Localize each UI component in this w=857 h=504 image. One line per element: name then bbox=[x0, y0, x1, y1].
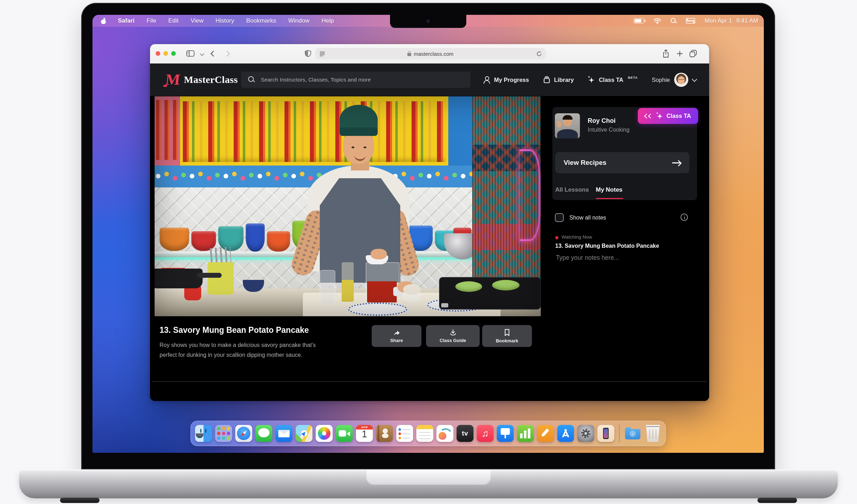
sparkle-icon bbox=[588, 76, 595, 83]
search-input[interactable] bbox=[260, 71, 471, 88]
dock-numbers-icon[interactable] bbox=[517, 425, 534, 442]
download-icon bbox=[449, 329, 457, 336]
scene-bowl bbox=[160, 228, 189, 251]
tab-my-notes[interactable]: My Notes bbox=[596, 186, 623, 193]
nav-class-ta-label: Class TA bbox=[599, 77, 623, 83]
share-arrow-icon bbox=[393, 329, 400, 336]
menu-item-view[interactable]: View bbox=[191, 17, 204, 24]
dock-contacts-icon[interactable] bbox=[376, 425, 393, 442]
reader-icon[interactable] bbox=[319, 51, 325, 56]
new-tab-icon[interactable] bbox=[677, 50, 683, 57]
scene-pancake bbox=[492, 280, 520, 290]
desktop-wallpaper: Safari File Edit View History Bookmarks … bbox=[92, 15, 764, 453]
bookmark-button[interactable]: Bookmark bbox=[482, 325, 532, 347]
instructor-thumbnail[interactable] bbox=[555, 113, 580, 138]
tab-overview-icon[interactable] bbox=[689, 50, 697, 58]
lesson-description: Roy shows you how to make a delicious sa… bbox=[160, 340, 332, 360]
dock-appstore-icon[interactable] bbox=[557, 425, 574, 442]
dock-facetime-icon[interactable] bbox=[336, 425, 353, 442]
dock-music-icon[interactable] bbox=[477, 425, 494, 442]
privacy-shield-icon[interactable] bbox=[304, 50, 312, 58]
menu-item-window[interactable]: Window bbox=[288, 17, 309, 24]
macbook-foot bbox=[757, 498, 797, 503]
info-icon[interactable] bbox=[681, 214, 688, 221]
dock-pages-icon[interactable] bbox=[537, 425, 554, 442]
dock-freeform-icon[interactable] bbox=[437, 425, 454, 442]
address-bar[interactable]: masterclass.com bbox=[315, 48, 546, 59]
scene-person-eye bbox=[364, 146, 366, 148]
dock-photos-icon[interactable] bbox=[316, 425, 333, 442]
minimize-window-button[interactable] bbox=[163, 51, 168, 56]
share-button[interactable]: Share bbox=[372, 325, 421, 347]
dock-calendar-icon[interactable]: APR 1 bbox=[356, 425, 373, 442]
bookmark-icon bbox=[504, 329, 510, 336]
dock-safari-icon[interactable] bbox=[235, 425, 252, 442]
dock-iphone-mirroring-icon[interactable] bbox=[598, 425, 615, 442]
chevron-down-icon[interactable] bbox=[692, 76, 697, 82]
dock-settings-icon[interactable] bbox=[577, 425, 594, 442]
menu-item-edit[interactable]: Edit bbox=[168, 17, 179, 24]
sidebar-toggle-icon[interactable] bbox=[186, 50, 194, 57]
reload-icon[interactable] bbox=[536, 51, 542, 57]
apple-menu-icon[interactable] bbox=[101, 18, 106, 24]
dock-mail-icon[interactable] bbox=[276, 425, 293, 442]
menu-item-file[interactable]: File bbox=[146, 17, 156, 24]
sidebar-chevron-icon[interactable] bbox=[200, 52, 204, 56]
tab-all-lessons[interactable]: All Lessons bbox=[555, 186, 589, 193]
nav-library[interactable]: Library bbox=[543, 76, 574, 84]
dock-tv-icon[interactable]: tv bbox=[457, 425, 474, 442]
show-all-notes-checkbox[interactable] bbox=[555, 213, 564, 222]
scene-griddle bbox=[439, 277, 541, 310]
nav-my-progress-label: My Progress bbox=[494, 77, 529, 83]
brand-wordmark: MasterClass bbox=[184, 74, 238, 85]
masterclass-logo[interactable]: M MasterClass bbox=[164, 64, 238, 96]
collapse-chevrons-icon[interactable] bbox=[645, 114, 652, 118]
spotlight-search-icon[interactable] bbox=[671, 18, 677, 24]
menu-app-name[interactable]: Safari bbox=[118, 17, 134, 24]
avatar[interactable] bbox=[674, 73, 688, 87]
dock-trash-icon[interactable] bbox=[645, 425, 661, 442]
dock-keynote-icon[interactable] bbox=[497, 425, 514, 442]
scene-person-eye bbox=[352, 146, 354, 148]
scene-oil-bottle bbox=[342, 262, 354, 302]
show-all-notes-label[interactable]: Show all notes bbox=[569, 215, 606, 221]
dock-messages-icon[interactable] bbox=[256, 425, 272, 442]
battery-icon[interactable] bbox=[634, 18, 644, 24]
search-icon bbox=[248, 76, 255, 83]
notes-input[interactable] bbox=[555, 253, 691, 287]
nav-library-label: Library bbox=[554, 77, 574, 83]
active-tab-underline bbox=[596, 198, 623, 199]
menu-item-history[interactable]: History bbox=[216, 17, 234, 24]
library-icon bbox=[543, 76, 550, 84]
user-name: Sophie bbox=[652, 77, 670, 83]
dock-launchpad-icon[interactable] bbox=[215, 425, 232, 442]
site-search[interactable] bbox=[241, 72, 471, 88]
dock-downloads-icon[interactable] bbox=[624, 425, 641, 442]
view-recipes-button[interactable]: View Recipes bbox=[555, 152, 689, 173]
url-text[interactable]: masterclass.com bbox=[414, 51, 454, 57]
wifi-icon[interactable] bbox=[653, 18, 661, 24]
dock-finder-icon[interactable] bbox=[195, 425, 212, 442]
menu-item-help[interactable]: Help bbox=[322, 17, 334, 24]
menu-bar-date[interactable]: Mon Apr 1 bbox=[705, 17, 732, 24]
control-center-icon[interactable] bbox=[686, 18, 695, 24]
back-button[interactable] bbox=[211, 51, 217, 57]
profile-menu[interactable]: Sophie bbox=[652, 73, 696, 87]
menu-item-bookmarks[interactable]: Bookmarks bbox=[246, 17, 276, 24]
dock-notes-icon[interactable] bbox=[416, 425, 433, 442]
dock-maps-icon[interactable] bbox=[296, 425, 313, 442]
share-icon[interactable] bbox=[663, 49, 669, 58]
dock-reminders-icon[interactable] bbox=[396, 425, 413, 442]
masterclass-page: M MasterClass My Progres bbox=[150, 64, 709, 401]
scene-bottles-left bbox=[156, 100, 179, 160]
forward-button[interactable] bbox=[224, 51, 230, 57]
class-guide-button[interactable]: Class Guide bbox=[426, 325, 480, 347]
close-window-button[interactable] bbox=[156, 51, 160, 56]
nav-my-progress[interactable]: My Progress bbox=[483, 76, 529, 84]
class-ta-button[interactable]: Class TA bbox=[638, 108, 698, 124]
zoom-window-button[interactable] bbox=[171, 51, 176, 56]
lesson-video-player[interactable] bbox=[155, 96, 541, 316]
menu-bar-time[interactable]: 9:41 AM bbox=[736, 17, 758, 24]
nav-class-ta[interactable]: Class TA BETA bbox=[588, 76, 638, 83]
scene-carafe bbox=[320, 270, 335, 305]
